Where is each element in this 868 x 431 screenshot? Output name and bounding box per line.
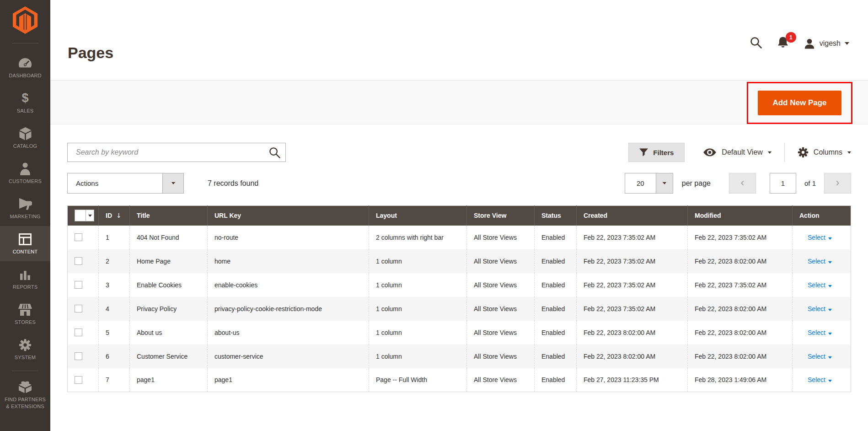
system-icon	[19, 338, 32, 352]
user-icon	[804, 38, 815, 49]
chevron-down-icon	[828, 333, 832, 335]
current-page-input[interactable]	[770, 173, 796, 194]
row-checkbox[interactable]	[75, 281, 82, 289]
cell-layout: 1 column	[369, 297, 467, 321]
sidebar-item-stores[interactable]: STORES	[0, 296, 50, 332]
row-select-action[interactable]: Select	[808, 258, 825, 265]
columns-selector[interactable]: Columns	[798, 147, 851, 158]
cell-store-view: All Store Views	[467, 345, 535, 368]
filter-icon	[639, 148, 648, 156]
actions-dropdown[interactable]: Actions	[67, 173, 184, 194]
account-menu[interactable]: vigesh	[804, 38, 849, 49]
sidebar-item-system[interactable]: SYSTEM	[0, 332, 50, 367]
table-row: 2 Home Page home 1 column All Store View…	[68, 249, 851, 273]
sidebar-item-label: CONTENT	[13, 248, 38, 255]
sidebar-item-content[interactable]: CONTENT	[0, 226, 50, 261]
grid-toolbar-row: Actions 7 records found 20 per page ‹ of…	[67, 173, 851, 194]
per-page-value: 20	[625, 173, 656, 193]
sidebar-item-sales[interactable]: $ SALES	[0, 85, 50, 120]
grid-header-row: ID↓ Title URL Key Layout Store View Stat…	[68, 206, 851, 226]
pagination: 20 per page ‹ of 1 ›	[625, 173, 851, 194]
row-checkbox[interactable]	[75, 257, 82, 265]
column-header-title[interactable]: Title	[130, 206, 208, 226]
filters-button[interactable]: Filters	[628, 143, 685, 162]
sidebar-item-label: STORES	[15, 319, 36, 326]
cell-url-key: no-route	[208, 226, 369, 249]
sidebar-item-label: FIND PARTNERS & EXTENSIONS	[5, 396, 46, 410]
cell-title: Enable Cookies	[130, 273, 208, 297]
cell-url-key: privacy-policy-cookie-restriction-mode	[208, 297, 369, 321]
sidebar-item-label: REPORTS	[13, 284, 38, 291]
next-page-button[interactable]: ›	[824, 173, 851, 194]
cell-status: Enabled	[535, 297, 577, 321]
chevron-down-icon	[828, 380, 832, 382]
sales-icon: $	[21, 92, 28, 105]
global-search-icon[interactable]	[750, 36, 762, 51]
sidebar-item-label: CUSTOMERS	[9, 178, 42, 185]
sidebar-item-label: CATALOG	[13, 143, 37, 150]
search-input[interactable]	[68, 143, 285, 162]
cell-modified: Feb 22, 2023 8:02:00 AM	[688, 297, 793, 321]
row-select-action[interactable]: Select	[808, 305, 825, 312]
chevron-down-icon	[828, 356, 832, 359]
grid-controls-row: Filters Default View Columns	[67, 143, 851, 162]
cell-title: Customer Service	[130, 345, 208, 368]
cell-status: Enabled	[535, 321, 577, 345]
column-header-created[interactable]: Created	[577, 206, 688, 226]
cell-url-key: enable-cookies	[208, 273, 369, 297]
search-icon	[268, 146, 281, 159]
add-new-page-button[interactable]: Add New Page	[758, 91, 841, 115]
search-submit-button[interactable]	[268, 146, 281, 160]
column-header-url-key[interactable]: URL Key	[208, 206, 369, 226]
row-checkbox[interactable]	[75, 352, 82, 360]
row-checkbox[interactable]	[75, 305, 82, 312]
view-label: Default View	[722, 148, 763, 156]
select-all-dropdown[interactable]	[75, 210, 94, 221]
row-checkbox[interactable]	[75, 233, 82, 241]
sidebar-item-dashboard[interactable]: DASHBOARD	[0, 50, 50, 85]
row-select-action[interactable]: Select	[808, 353, 825, 360]
sidebar-item-reports[interactable]: REPORTS	[0, 261, 50, 296]
column-header-status[interactable]: Status	[535, 206, 577, 226]
row-select-action[interactable]: Select	[808, 376, 825, 383]
row-select-action[interactable]: Select	[808, 234, 825, 241]
magento-logo[interactable]	[0, 0, 50, 34]
row-checkbox[interactable]	[75, 329, 82, 336]
sidebar-item-marketing[interactable]: MARKETING	[0, 191, 50, 226]
page-title: Pages	[68, 44, 113, 62]
per-page-dropdown[interactable]: 20	[625, 173, 673, 194]
column-header-modified[interactable]: Modified	[688, 206, 793, 226]
notifications-button[interactable]: 1	[776, 36, 790, 51]
row-select-action[interactable]: Select	[808, 281, 825, 289]
sidebar-item-customers[interactable]: CUSTOMERS	[0, 156, 50, 191]
prev-page-button[interactable]: ‹	[729, 173, 756, 194]
cell-title: Privacy Policy	[130, 297, 208, 321]
cell-created: Feb 22, 2023 8:02:00 AM	[577, 321, 688, 345]
content-icon	[19, 232, 32, 246]
chevron-left-icon: ‹	[740, 177, 744, 188]
customers-icon	[20, 162, 30, 176]
dropdown-caret	[656, 173, 673, 193]
cell-created: Feb 22, 2023 7:35:02 AM	[577, 226, 688, 249]
cell-title: About us	[130, 321, 208, 345]
row-checkbox[interactable]	[75, 376, 82, 384]
cell-status: Enabled	[535, 226, 577, 249]
cell-layout: 2 columns with right bar	[369, 226, 467, 249]
sidebar-item-find-partners-extensions[interactable]: FIND PARTNERS & EXTENSIONS	[0, 375, 50, 415]
row-select-action[interactable]: Select	[808, 329, 825, 336]
sidebar-item-label: DASHBOARD	[9, 72, 41, 79]
cell-layout: 1 column	[369, 345, 467, 368]
gear-icon	[798, 147, 809, 158]
actions-dropdown-value: Actions	[68, 173, 162, 193]
view-selector[interactable]: Default View	[703, 148, 772, 157]
chevron-right-icon: ›	[836, 177, 840, 188]
column-header-store-view[interactable]: Store View	[467, 206, 535, 226]
cell-created: Feb 22, 2023 8:02:00 AM	[577, 345, 688, 368]
sidebar-item-catalog[interactable]: CATALOG	[0, 120, 50, 156]
column-header-layout[interactable]: Layout	[369, 206, 467, 226]
select-all-checkbox[interactable]	[75, 210, 86, 221]
column-header-id[interactable]: ID↓	[99, 206, 130, 226]
dropdown-caret	[86, 210, 94, 221]
select-all-header	[68, 206, 99, 226]
cell-modified: Feb 22, 2023 7:35:02 AM	[688, 273, 793, 297]
